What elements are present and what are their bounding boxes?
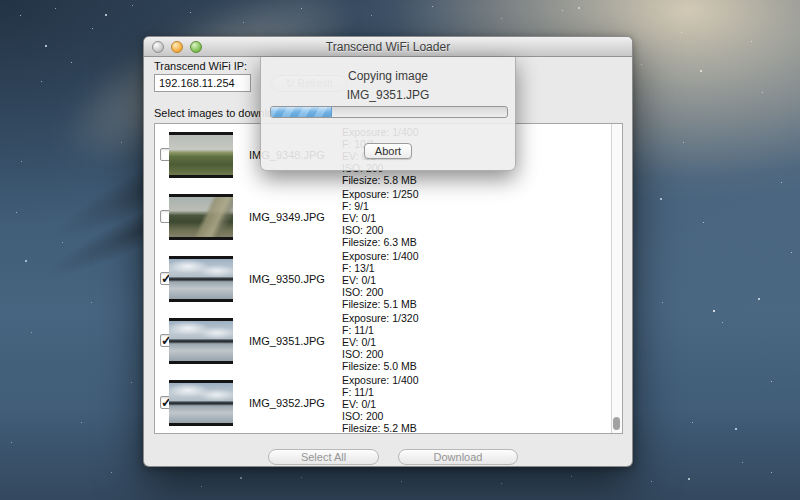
image-filename: IMG_9352.JPG: [249, 397, 325, 409]
app-window: Transcend WiFi Loader Transcend WiFi IP:…: [143, 36, 633, 467]
abort-button[interactable]: Abort: [364, 143, 412, 159]
photo-thumbnail: [169, 256, 233, 302]
image-filename: IMG_9350.JPG: [249, 273, 325, 285]
image-filename: IMG_9351.JPG: [249, 335, 325, 347]
minimize-button[interactable]: [171, 41, 183, 53]
list-item[interactable]: IMG_9349.JPG Exposure: 1/250F: 9/1 EV: 0…: [155, 186, 622, 248]
list-item[interactable]: ✓ IMG_9351.JPG Exposure: 1/320F: 11/1 EV…: [155, 310, 622, 372]
photo-thumbnail: [169, 132, 233, 178]
dialog-title: Copying image: [261, 69, 515, 83]
scrollbar-track[interactable]: [611, 124, 622, 433]
progress-bar: [270, 106, 508, 118]
copy-progress-dialog: Copying image IMG_9351.JPG Abort: [260, 57, 516, 171]
list-item[interactable]: ✓ IMG_9350.JPG Exposure: 1/400F: 13/1 EV…: [155, 248, 622, 310]
list-item[interactable]: ✓ IMG_9352.JPG Exposure: 1/400F: 11/1 EV…: [155, 372, 622, 434]
window-titlebar[interactable]: Transcend WiFi Loader: [144, 37, 632, 57]
photo-thumbnail: [169, 318, 233, 364]
image-metadata: Exposure: 1/400F: 11/1 EV: 0/1ISO: 200 F…: [342, 374, 418, 434]
dialog-filename: IMG_9351.JPG: [261, 88, 515, 102]
close-button[interactable]: [152, 41, 164, 53]
scrollbar-thumb[interactable]: [613, 417, 620, 430]
image-metadata: Exposure: 1/400F: 13/1 EV: 0/1ISO: 200 F…: [342, 250, 418, 310]
progress-fill: [271, 107, 332, 117]
ip-label: Transcend WiFi IP:: [154, 60, 247, 72]
download-button[interactable]: Download: [398, 449, 518, 465]
photo-thumbnail: [169, 194, 233, 240]
photo-thumbnail: [169, 380, 233, 426]
stars: [0, 0, 2, 2]
image-metadata: Exposure: 1/250F: 9/1 EV: 0/1ISO: 200 Fi…: [342, 188, 418, 248]
window-title: Transcend WiFi Loader: [144, 37, 632, 57]
zoom-button[interactable]: [190, 41, 202, 53]
select-all-button[interactable]: Select All: [268, 449, 379, 465]
ip-input[interactable]: [154, 74, 251, 92]
image-metadata: Exposure: 1/320F: 11/1 EV: 0/1ISO: 200 F…: [342, 312, 418, 372]
image-filename: IMG_9349.JPG: [249, 211, 325, 223]
